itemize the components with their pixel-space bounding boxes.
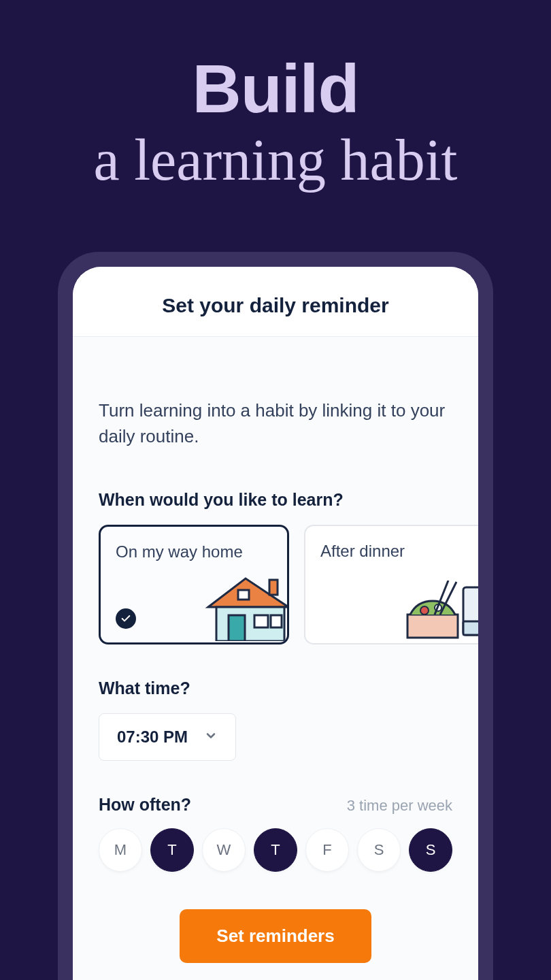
hero-line1: Build xyxy=(0,54,551,122)
time-select[interactable]: 07:30 PM xyxy=(99,713,236,761)
svg-rect-8 xyxy=(463,621,478,635)
freq-question: How often? xyxy=(99,795,191,815)
when-option-label: After dinner xyxy=(320,541,478,561)
dinner-icon xyxy=(401,581,478,644)
check-icon xyxy=(116,608,136,629)
time-question: What time? xyxy=(99,679,452,698)
phone-screen: Set your daily reminder Turn learning in… xyxy=(73,267,478,980)
intro-text: Turn learning into a habit by linking it… xyxy=(99,398,452,449)
screen-header: Set your daily reminder xyxy=(73,267,478,337)
page-title: Set your daily reminder xyxy=(86,294,465,317)
when-option-dinner[interactable]: After dinner xyxy=(304,525,478,644)
when-option-home[interactable]: On my way home xyxy=(99,525,289,644)
day-toggle-sat[interactable]: S xyxy=(357,828,401,872)
day-toggle-fri[interactable]: F xyxy=(305,828,349,872)
days-row: M T W T F S S xyxy=(99,828,452,872)
time-value: 07:30 PM xyxy=(117,728,188,747)
day-toggle-sun[interactable]: S xyxy=(409,828,452,872)
when-question: When would you like to learn? xyxy=(99,490,452,510)
when-options: On my way home xyxy=(99,525,478,644)
day-toggle-tue[interactable]: T xyxy=(150,828,194,872)
svg-point-9 xyxy=(420,606,429,615)
day-toggle-mon[interactable]: M xyxy=(99,828,142,872)
svg-rect-4 xyxy=(271,615,282,627)
hero-line2: a learning habit xyxy=(0,128,551,193)
svg-rect-6 xyxy=(269,580,278,595)
hero-heading: Build a learning habit xyxy=(0,0,551,193)
phone-frame: Set your daily reminder Turn learning in… xyxy=(58,252,493,980)
when-option-label: On my way home xyxy=(116,542,272,562)
svg-rect-5 xyxy=(238,590,249,600)
day-toggle-wed[interactable]: W xyxy=(202,828,246,872)
house-icon xyxy=(201,573,289,644)
screen-body: Turn learning into a habit by linking it… xyxy=(73,337,478,963)
chevron-down-icon xyxy=(204,728,218,747)
svg-rect-2 xyxy=(229,615,245,641)
svg-rect-3 xyxy=(254,615,268,627)
day-toggle-thu[interactable]: T xyxy=(254,828,297,872)
freq-summary: 3 time per week xyxy=(347,797,452,815)
set-reminders-button[interactable]: Set reminders xyxy=(180,909,371,963)
